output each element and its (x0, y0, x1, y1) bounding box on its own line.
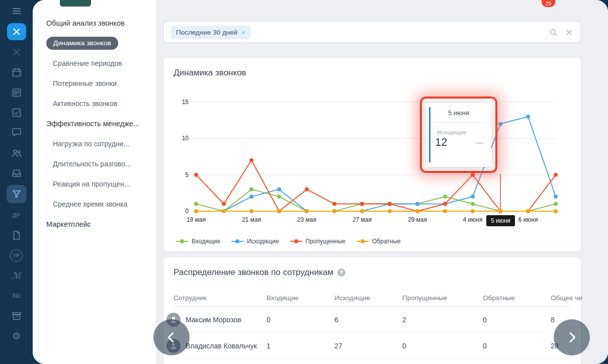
data-point (332, 202, 336, 206)
filter-icon[interactable] (7, 185, 27, 203)
sidebar-item[interactable]: Потерянные звонки (33, 73, 156, 94)
data-point (415, 209, 419, 213)
clear-icon[interactable] (565, 28, 573, 37)
document-icon[interactable] (7, 227, 26, 243)
notification-badge[interactable]: 29 (542, 0, 555, 7)
data-point (554, 195, 558, 199)
sidebar-item[interactable]: Среднее время звонка (33, 194, 156, 214)
data-point (277, 209, 281, 213)
active-pill: Динамика звонков (46, 37, 118, 50)
badge-dr[interactable]: ДР (7, 207, 26, 223)
close-icon[interactable] (7, 23, 26, 40)
badge-ur-label: УР (10, 249, 23, 262)
svg-text:0: 0 (185, 208, 189, 215)
cell-value: 0 (483, 342, 487, 350)
filter-chip-label: Последние 30 дней (176, 29, 237, 36)
column-header: Сотрудник (173, 294, 207, 301)
sidebar-item[interactable]: Сравнение периодов (33, 53, 156, 73)
badge-dr-label: ДР (13, 212, 20, 218)
chart-tooltip: 5 июня Исходящие 12 — (426, 103, 491, 167)
calendar-icon[interactable] (7, 64, 26, 80)
sidebar-section-header[interactable]: Общий анализ звонков (33, 13, 156, 33)
data-point (554, 173, 558, 177)
data-point (249, 158, 253, 162)
column-header: Общее чи (551, 294, 582, 301)
chevron-left-icon (163, 329, 180, 346)
filter-bar: Последние 30 дней × (163, 22, 581, 43)
data-point (249, 209, 253, 213)
data-point (222, 202, 226, 206)
table-header-row: СотрудникВходящиеИсходящиеПропущенныеОбр… (173, 289, 571, 307)
svg-text:19 мая: 19 мая (187, 216, 206, 223)
sidebar-item-active[interactable]: Динамика звонков (33, 33, 156, 53)
main-content: Последние 30 дней × Динамика звонков 051… (156, 0, 608, 364)
data-point (526, 115, 530, 119)
data-point (526, 209, 530, 213)
svg-text:6 июня: 6 июня (518, 216, 538, 223)
data-point (360, 209, 364, 213)
employee-name: Максим Морозов (186, 316, 241, 324)
data-point (194, 209, 198, 213)
sidebar-item[interactable]: Длительность разгово... (33, 154, 156, 174)
inbox-icon[interactable] (7, 165, 26, 181)
data-point (194, 202, 198, 206)
legend-label: Исходящие (247, 238, 279, 245)
svg-text:10: 10 (182, 135, 189, 142)
legend-item[interactable]: Исходящие (231, 238, 279, 245)
cell-value: 1 (267, 342, 271, 350)
news-icon[interactable] (7, 84, 26, 101)
data-point (443, 209, 447, 213)
cell-value: 8 (551, 316, 555, 324)
legend-mark-icon (290, 239, 302, 243)
badge-ur[interactable]: УР (7, 247, 26, 263)
tasks-icon[interactable] (7, 105, 26, 121)
sidebar-section-header[interactable]: Эффективность менедже... (33, 114, 156, 134)
data-point (360, 202, 364, 206)
carousel-prev-button[interactable] (153, 319, 190, 355)
sidebar-item[interactable]: Нагрузка по сотрудни... (33, 134, 156, 154)
data-point (332, 209, 336, 213)
app-window: Общий анализ звонковДинамика звонковСрав… (33, 0, 608, 364)
legend-label: Обратные (372, 238, 401, 245)
table-title: Распределение звонков по сотрудникам (173, 267, 333, 278)
table-row[interactable]: Владислав Ковальчук1270028 (173, 333, 571, 359)
svg-text:15: 15 (182, 99, 189, 106)
svg-text:21 мая: 21 мая (242, 216, 261, 223)
data-point (443, 195, 447, 199)
line-chart[interactable]: 05101519 мая21 мая23 мая27 мая29 мая4 ию… (173, 88, 571, 244)
badge-zsh[interactable]: ЗШ (7, 288, 26, 304)
search-icon[interactable] (549, 28, 558, 37)
cell-value: 0 (483, 316, 487, 324)
legend-item[interactable]: Пропущенные (290, 238, 345, 245)
data-point (415, 202, 419, 206)
help-icon[interactable]: ? (337, 268, 345, 277)
carousel-next-button[interactable] (554, 319, 590, 355)
legend-item[interactable]: Входящие (176, 238, 220, 245)
sidebar-item[interactable]: Реакция на пропущен... (33, 174, 156, 194)
signature-icon[interactable]: ℳ (7, 267, 26, 284)
close-icon[interactable] (7, 44, 26, 60)
employees-table: СотрудникВходящиеИсходящиеПропущенныеОбр… (173, 289, 571, 359)
chart-title: Динамика звонков (173, 68, 571, 78)
table-row[interactable]: Максим Морозов06208 (173, 307, 571, 333)
filter-chip[interactable]: Последние 30 дней × (171, 26, 250, 39)
gear-icon[interactable]: ⚙ (7, 328, 26, 344)
contacts-icon[interactable] (7, 145, 26, 161)
sidebar-item[interactable]: Активность звонков (33, 94, 156, 114)
chat-icon[interactable] (7, 125, 26, 141)
signature-icon-label: ℳ (12, 270, 21, 281)
chart-legend: ВходящиеИсходящиеПропущенныеОбратные (176, 238, 401, 245)
column-header: Исходящие (334, 294, 371, 301)
hamburger-icon[interactable] (7, 3, 26, 19)
legend-item[interactable]: Обратные (357, 238, 401, 245)
chip-remove-icon[interactable]: × (241, 29, 245, 36)
legend-mark-icon (231, 239, 243, 243)
cell-value: 6 (334, 316, 338, 324)
data-point (388, 202, 392, 206)
data-point (277, 195, 281, 199)
sidebar-section-header[interactable]: Маркетплейс (33, 214, 156, 234)
mailbox-icon[interactable] (7, 308, 26, 324)
data-point (554, 209, 558, 213)
svg-text:29 мая: 29 мая (408, 216, 427, 223)
data-point (554, 202, 558, 206)
